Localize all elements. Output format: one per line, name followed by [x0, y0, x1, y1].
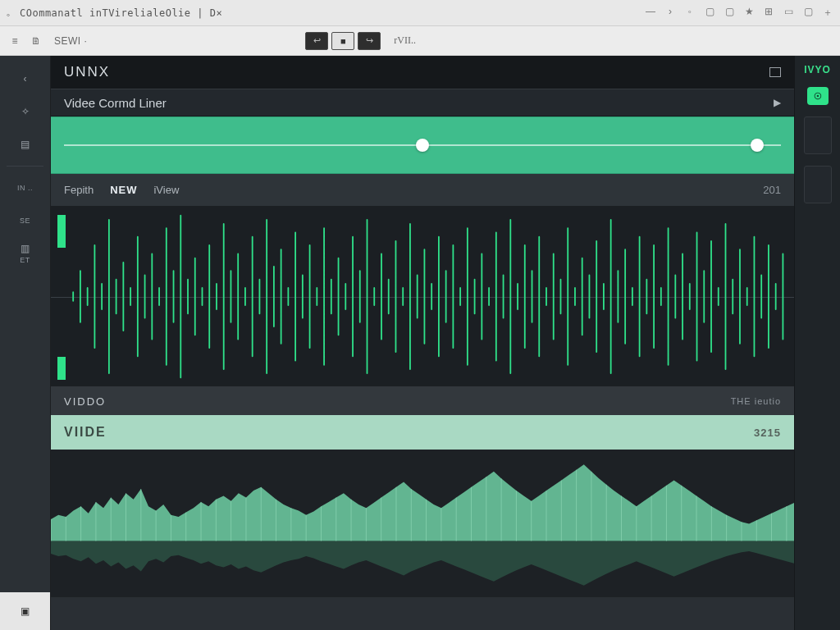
- right-rail: IVYO ☉: [794, 56, 840, 630]
- waveform-lower[interactable]: [51, 450, 794, 597]
- lower-track-value: 3215: [754, 427, 781, 439]
- tb-icon-0[interactable]: —: [645, 6, 656, 20]
- tb-icon-7[interactable]: ▭: [783, 6, 794, 20]
- panel-icon: ▤: [21, 139, 30, 150]
- tab-row: Fepith NEW iView 201: [51, 174, 794, 207]
- play-icon[interactable]: ▶: [774, 97, 781, 108]
- leftrail-separator: [7, 166, 43, 167]
- badge-icon: ☉: [814, 91, 822, 102]
- leftrail-item-se[interactable]: SE: [0, 204, 50, 237]
- rightrail-slot-2[interactable]: [804, 166, 832, 203]
- tb-icon-4[interactable]: ▢: [724, 6, 735, 20]
- app-toolbar: ≡ 🗎 SEWI · ↩ ■ ↪ rVII..: [0, 26, 840, 56]
- leftrail-bottom-button[interactable]: ▣: [0, 592, 50, 630]
- os-titlebar: ◦ COommanatl inTVirelialeOlie | D× — › ◦…: [0, 0, 840, 26]
- track-label-row: VIDDO THE ieutio: [51, 387, 794, 415]
- waveform-svg-lower: [51, 450, 794, 597]
- tb-icon-5[interactable]: ★: [743, 6, 755, 20]
- leftrail-item-1[interactable]: ✧: [0, 95, 50, 128]
- window-dot-icon: ◦: [7, 9, 15, 17]
- rightrail-badge[interactable]: ☉: [807, 87, 829, 105]
- tb-icon-3[interactable]: ▢: [704, 6, 715, 20]
- leftrail-item-0[interactable]: ‹: [0, 62, 50, 95]
- workspace: ‹ ✧ ▤ IN .. SE ▥ ET ▣ UNNX: [0, 56, 840, 630]
- leftrail-label-in: IN ..: [17, 184, 33, 192]
- tab-fepith[interactable]: Fepith: [64, 184, 94, 196]
- waveform-upper[interactable]: [51, 207, 794, 387]
- track-label-right: THE ieutio: [731, 396, 781, 406]
- tb-icon-2[interactable]: ◦: [684, 6, 696, 20]
- grid-icon: ▥: [21, 243, 30, 254]
- rightrail-slot-1[interactable]: [804, 116, 832, 154]
- prev-button[interactable]: ↩: [305, 32, 328, 50]
- leftrail-item-2[interactable]: ▤: [0, 128, 50, 161]
- lower-track-header: VIIDE 3215: [51, 415, 794, 450]
- leftrail-item-et[interactable]: ▥ ET: [0, 237, 50, 270]
- leftrail-label-et: ET: [20, 256, 30, 264]
- header-panel-icon[interactable]: [769, 67, 781, 77]
- tb-icon-9[interactable]: ＋: [822, 6, 833, 20]
- main-column: UNNX Videe Cormd Liner ▶ Fepith NEW iVie…: [51, 56, 794, 630]
- tab-new[interactable]: NEW: [110, 184, 137, 196]
- window-title: COommanatl inTVirelialeOlie | D×: [20, 7, 222, 19]
- stop-button[interactable]: ■: [331, 32, 354, 50]
- track-label-left: VIDDO: [64, 395, 106, 408]
- chevron-left-icon: ‹: [24, 73, 27, 84]
- leftrail-label-se: SE: [20, 217, 30, 225]
- left-rail: ‹ ✧ ▤ IN .. SE ▥ ET ▣: [0, 56, 51, 630]
- window-icon: ▣: [21, 605, 30, 617]
- page-title: UNNX: [64, 64, 110, 80]
- stop-icon: ■: [340, 36, 346, 46]
- titlebar-icon-group: — › ◦ ▢ ▢ ★ ⊞ ▭ ▢ ＋: [645, 6, 833, 20]
- sparkle-icon: ✧: [21, 106, 30, 117]
- timeline-slider[interactable]: [51, 116, 794, 174]
- tb-icon-6[interactable]: ⊞: [763, 6, 774, 20]
- waveform-svg-upper: [51, 207, 794, 386]
- toolbar-label: SEWI ·: [54, 35, 87, 47]
- tab-iview[interactable]: iView: [153, 184, 179, 196]
- tb-icon-1[interactable]: ›: [664, 6, 676, 20]
- transport-group: ↩ ■ ↪: [305, 32, 381, 50]
- subheader-title: Videe Cormd Liner: [64, 96, 167, 110]
- toolbar-right-text: rVII..: [394, 34, 416, 47]
- tb-icon-8[interactable]: ▢: [802, 6, 814, 20]
- rightrail-label: IVYO: [804, 64, 831, 75]
- lower-track-title: VIIDE: [64, 425, 107, 440]
- menu-icon[interactable]: ≡: [7, 33, 23, 49]
- header-row: UNNX: [51, 56, 794, 89]
- tab-right-value: 201: [763, 184, 781, 196]
- subheader-row: Videe Cormd Liner ▶: [51, 89, 794, 116]
- slider-knob-a[interactable]: [416, 139, 429, 152]
- leftrail-item-in[interactable]: IN ..: [0, 171, 50, 204]
- prev-icon: ↩: [313, 35, 321, 46]
- doc-icon[interactable]: 🗎: [28, 33, 44, 49]
- next-button[interactable]: ↪: [358, 32, 381, 50]
- next-icon: ↪: [366, 35, 373, 46]
- slider-knob-b[interactable]: [751, 139, 764, 152]
